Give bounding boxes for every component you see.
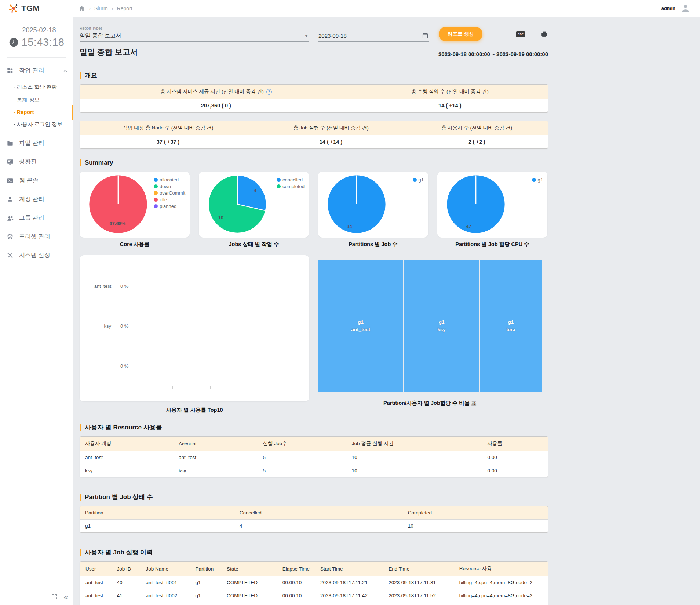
column-header: 총 사용자 수 (전일 대비 증감 건) [406,121,548,135]
pdf-export-icon[interactable]: PDF [516,31,525,37]
table-cell: COMPLETED [221,589,277,602]
breadcrumb-slurm[interactable]: Slurm [94,6,108,11]
calendar-icon[interactable] [422,32,429,39]
chart-title: 사용자 별 사용률 Top10 [80,407,309,414]
svg-text:14: 14 [347,224,352,229]
legend-item-allocated[interactable]: allocated [154,177,185,183]
sidebar-item-presets[interactable]: 프리셋 관리 [0,227,73,246]
legend-dot-icon [154,198,158,202]
column-header: 총 수행 작업 수 (전일 대비 증감 건) [352,85,548,99]
sidebar-item-webconsole[interactable]: 웹 콘솔 [0,171,73,190]
bar-value-label: 0 % [120,323,128,329]
app-logo[interactable]: TGM [0,3,73,14]
section-accent-bar [80,159,81,166]
sidebar-item-accounts[interactable]: 계정 관리 [0,190,73,209]
legend-item-overCommit[interactable]: overCommit [154,190,185,196]
partition-jobs-pie: 14 [327,175,386,234]
table-cell: 10 [347,464,482,477]
column-header: Resource 사용 [454,562,548,576]
bar-row-ksy: ksy0 % [116,306,305,346]
table-row: 37 ( +37 ) 14 ( +14 ) 2 ( +2 ) [80,135,548,149]
table-cell: billing=4,cpu=4,mem=8G,node=2 [454,589,548,602]
core-usage-pie: 97.68% [88,175,148,234]
sidebar-subitem-사용자-로그인-정보[interactable]: - 사용자 로그인 정보 [0,118,73,131]
partition-user-treemap: g1ant_testg1ksyg1tera [318,260,542,392]
column-header: Elapse Time [277,562,315,576]
table-cell: g1 [190,576,221,589]
section-resource-usage: 사용자 별 Resource 사용률 [80,423,548,432]
legend-item-cancelled[interactable]: cancelled [277,177,305,183]
top-header: TGM › Slurm › Report admin [0,0,700,17]
accounts-icon [7,196,14,203]
legend-item-idle[interactable]: idle [154,197,185,202]
table-cell: 10 [347,451,482,464]
report-date-range: 2023-09-18 00:00:00 ~ 2023-09-19 00:00:0… [438,51,548,57]
generate-report-button[interactable]: 리포트 생성 [439,27,482,41]
report-date-input[interactable]: 2023-09-18 [318,32,429,42]
legend-item-planned[interactable]: planned [154,203,185,209]
breadcrumb: › Slurm › Report [79,5,132,12]
table-cell: 2023-09-18T17:11:42 [315,589,383,602]
column-header: 실행 Job수 [258,437,347,451]
table-cell: 42 [111,602,140,605]
webconsole-icon [7,177,14,184]
table-cell: 00:00:10 [277,589,315,602]
sidebar-item-system[interactable]: 시스템 설정 [0,246,73,265]
treemap-box-ksy[interactable]: g1ksy [404,260,479,392]
report-type-select[interactable]: Report Types 일일 종합 보고서 ▾ [80,26,309,42]
sidebar-item-files[interactable]: 파일 관리 [0,134,73,153]
job-states-pie: 410 [208,175,267,234]
sidebar-subitem-리소스-할당-현황[interactable]: - 리소스 할당 현황 [0,81,73,94]
partition-cpu-pie-card: 47 g1 [437,172,547,238]
table-cell: 5 [258,451,347,464]
sidebar-subitem-통계-정보[interactable]: - 통계 정보 [0,94,73,106]
sidebar-item-dashboard[interactable]: 상황판 [0,153,73,171]
legend-item-g1[interactable]: g1 [413,177,424,183]
legend-item-completed[interactable]: completed [277,184,305,189]
table-cell: 00:00:10 [277,602,315,605]
fullscreen-icon[interactable] [51,593,58,600]
clock-panel: 2025-02-18 15:43:18 [0,17,73,48]
section-summary: Summary [80,159,548,166]
groups-icon [7,214,14,222]
column-header: Cancelled [234,506,403,520]
sidebar-divider [7,57,66,58]
avatar-icon[interactable] [681,3,690,13]
report-type-label: Report Types [80,26,309,30]
sidebar-item-groups[interactable]: 그룹 관리 [0,209,73,227]
svg-text:47: 47 [466,224,471,229]
table-cell: 00:00:10 [277,576,315,589]
column-header: 사용자 계정 [80,437,174,451]
legend-item-g1[interactable]: g1 [532,177,543,183]
bar-row-ant_test: ant_test0 % [116,266,305,306]
table-cell: ant_test [80,451,174,464]
treemap-box-ant_test[interactable]: g1ant_test [318,260,403,392]
table-cell: COMPLETED [221,576,277,589]
sidebar-subitem-report[interactable]: - Report [0,106,73,118]
help-icon[interactable]: ? [266,89,272,95]
table-cell: billing=4,cpu=4,mem=8G,node=2 [454,602,548,605]
legend-item-down[interactable]: down [154,184,185,189]
column-header: End Time [383,562,454,576]
sidebar-menu: 작업 관리- 리소스 할당 현황- 통계 정보- Report- 사용자 로그인… [0,61,73,265]
sidebar-item-jobs[interactable]: 작업 관리 [0,61,73,80]
column-header: 총 시스템 서비스 제공 시간 (전일 대비 증감 건)? [80,85,352,99]
section-overview: 개요 [80,71,548,80]
partition-jobs-pie-card: 14 g1 [318,172,428,238]
table-cell: ant_test_tt001 [140,576,190,589]
column-header: Job 평균 실행 시간 [347,437,482,451]
breadcrumb-report[interactable]: Report [117,6,132,11]
table-cell: COMPLETED [221,602,277,605]
table-cell: g1 [190,602,221,605]
table-cell: g1 [190,589,221,602]
table-cell: 2023-09-18T17:12:12 [383,602,454,605]
chart-title: Partitions 별 Job 수 [318,241,428,248]
print-icon[interactable] [540,30,548,38]
treemap-box-tera[interactable]: g1tera [480,260,542,392]
table-cell: ant_test [80,602,111,605]
table-cell: 2023-09-18T17:11:21 [315,576,383,589]
table-cell: billing=4,cpu=4,mem=8G,node=2 [454,576,548,589]
home-icon[interactable] [79,5,85,12]
job-history-table: UserJob IDJob NamePartitionStateElapse T… [80,562,548,605]
collapse-sidebar-icon[interactable]: « [63,593,68,601]
